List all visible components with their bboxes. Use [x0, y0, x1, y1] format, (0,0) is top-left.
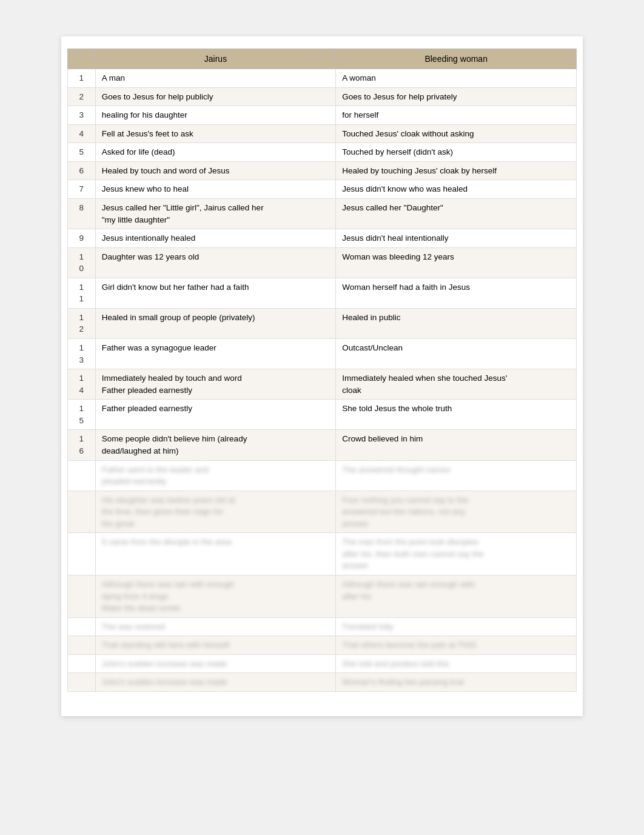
row-number	[68, 654, 96, 673]
table-row: 6Healed by touch and word of JesusHealed…	[68, 161, 577, 180]
row-number: 4	[68, 124, 96, 143]
jairus-cell: A man	[95, 69, 336, 88]
bleeding-cell: Woman herself had a faith in Jesus	[336, 278, 577, 308]
bleeding-cell: Jesus didn't know who was healed	[336, 180, 577, 199]
jairus-cell: Immediately healed by touch and word Fat…	[95, 369, 336, 400]
bleeding-cell: Although there was rain enough with afte…	[336, 575, 577, 618]
table-row: 1 4Immediately healed by touch and word …	[68, 369, 577, 400]
bleeding-cell: Outcast/Unclean	[336, 339, 577, 369]
table-row: Father went to the leader and pleaded ea…	[68, 460, 577, 491]
bleeding-cell: Trembled fully	[336, 617, 577, 636]
jairus-cell: Fell at Jesus's feet to ask	[95, 124, 336, 143]
row-number	[68, 673, 96, 692]
table-row: John's sudden increase was madeWoman's f…	[68, 673, 577, 692]
row-number: 1 2	[68, 308, 96, 338]
bleeding-cell: Woman's finding two passing true	[336, 673, 577, 692]
table-row: 5Asked for life (dead)Touched by herself…	[68, 143, 577, 162]
row-number: 9	[68, 229, 96, 248]
row-number	[68, 636, 96, 655]
jairus-cell: healing for his daughter	[95, 106, 336, 125]
row-number: 8	[68, 198, 96, 229]
jairus-cell: Father went to the leader and pleaded ea…	[95, 460, 336, 491]
bleeding-cell: Crowd believed in him	[336, 430, 577, 460]
row-number	[68, 491, 96, 533]
table-row: It came from the disciple in the areaThe…	[68, 533, 577, 575]
bleeding-cell: Jesus called her "Daughter"	[336, 198, 577, 229]
bleeding-cell: Touched by herself (didn't ask)	[336, 143, 577, 162]
header-bleeding: Bleeding woman	[336, 49, 577, 69]
jairus-cell: Father was a synagogue leader	[95, 339, 336, 369]
row-number	[68, 617, 96, 636]
jairus-cell: Some people didn't believe him (already …	[95, 430, 336, 460]
table-row: 1A manA woman	[68, 69, 577, 88]
jairus-cell: The was restored	[95, 617, 336, 636]
row-number: 1 6	[68, 430, 96, 460]
row-number: 1 4	[68, 369, 96, 400]
row-number	[68, 533, 96, 575]
jairus-cell: Although there was rain with enough dyin…	[95, 575, 336, 618]
table-row: 1 5Father pleaded earnestlyShe told Jesu…	[68, 400, 577, 430]
table-row: 1 0Daughter was 12 years oldWoman was bl…	[68, 247, 577, 278]
row-number: 1 1	[68, 278, 96, 308]
row-number	[68, 460, 96, 491]
jairus-cell: It came from the disciple in the area	[95, 533, 336, 575]
bleeding-cell: Four nothing you cannot say to the answe…	[336, 491, 577, 533]
header-num	[68, 49, 96, 69]
table-row: 8Jesus called her "Little girl", Jairus …	[68, 198, 577, 229]
bleeding-cell: She told Jesus the whole truth	[336, 400, 577, 430]
bleeding-cell: Jesus didn't heal intentionally	[336, 229, 577, 248]
jairus-cell: Goes to Jesus for help publicly	[95, 87, 336, 106]
row-number: 6	[68, 161, 96, 180]
jairus-cell: Healed by touch and word of Jesus	[95, 161, 336, 180]
jairus-cell: Jesus knew who to heal	[95, 180, 336, 199]
row-number: 1	[68, 69, 96, 88]
jairus-cell: Jesus called her "Little girl", Jairus c…	[95, 198, 336, 229]
row-number: 3	[68, 106, 96, 125]
table-row: 1 6Some people didn't believe him (alrea…	[68, 430, 577, 460]
jairus-cell: Jesus intentionally healed	[95, 229, 336, 248]
table-row: 1 1Girl didn't know but her father had a…	[68, 278, 577, 308]
jairus-cell: Healed in small group of people (private…	[95, 308, 336, 338]
table-row: John's sudden increase was madeShe told …	[68, 654, 577, 673]
bleeding-cell: for herself	[336, 106, 577, 125]
bleeding-cell: The answered thought names	[336, 460, 577, 491]
bleeding-cell: Healed by touching Jesus' cloak by herse…	[336, 161, 577, 180]
jairus-cell: Father pleaded earnestly	[95, 400, 336, 430]
jairus-cell: Daughter was 12 years old	[95, 247, 336, 278]
jairus-cell: That standing still here with himself	[95, 636, 336, 655]
jairus-cell: John's sudden increase was made	[95, 654, 336, 673]
bleeding-cell: Healed in public	[336, 308, 577, 338]
table-row: 2Goes to Jesus for help publiclyGoes to …	[68, 87, 577, 106]
table-row: 9Jesus intentionally healedJesus didn't …	[68, 229, 577, 248]
table-row: 1 3Father was a synagogue leaderOutcast/…	[68, 339, 577, 369]
bleeding-cell: The man from the point took disciples af…	[336, 533, 577, 575]
table-row: That standing still here with himselfTha…	[68, 636, 577, 655]
jairus-cell: Asked for life (dead)	[95, 143, 336, 162]
table-row: The was restoredTrembled fully	[68, 617, 577, 636]
table-row: 1 2Healed in small group of people (priv…	[68, 308, 577, 338]
bleeding-cell: Immediately healed when she touched Jesu…	[336, 369, 577, 400]
bleeding-cell: Woman was bleeding 12 years	[336, 247, 577, 278]
comparison-table: Jairus Bleeding woman 1A manA woman2Goes…	[67, 49, 577, 692]
bleeding-cell: Goes to Jesus for help privately	[336, 87, 577, 106]
row-number: 1 5	[68, 400, 96, 430]
table-row: 7Jesus knew who to healJesus didn't know…	[68, 180, 577, 199]
row-number	[68, 575, 96, 618]
jairus-cell: Girl didn't know but her father had a fa…	[95, 278, 336, 308]
row-number: 1 3	[68, 339, 96, 369]
table-row: 4Fell at Jesus's feet to askTouched Jesu…	[68, 124, 577, 143]
header-jairus: Jairus	[95, 49, 336, 69]
table-row: His daughter was twelve years old at the…	[68, 491, 577, 533]
bleeding-cell: A woman	[336, 69, 577, 88]
row-number: 1 0	[68, 247, 96, 278]
table-row: 3healing for his daughterfor herself	[68, 106, 577, 125]
table-row: Although there was rain with enough dyin…	[68, 575, 577, 618]
jairus-cell: John's sudden increase was made	[95, 673, 336, 692]
bleeding-cell: Touched Jesus' cloak without asking	[336, 124, 577, 143]
jairus-cell: His daughter was twelve years old at the…	[95, 491, 336, 533]
bleeding-cell: That others become the pain at THIS	[336, 636, 577, 655]
row-number: 5	[68, 143, 96, 162]
bleeding-cell: She told and position told this	[336, 654, 577, 673]
row-number: 2	[68, 87, 96, 106]
comparison-table-page: Jairus Bleeding woman 1A manA woman2Goes…	[61, 36, 583, 716]
